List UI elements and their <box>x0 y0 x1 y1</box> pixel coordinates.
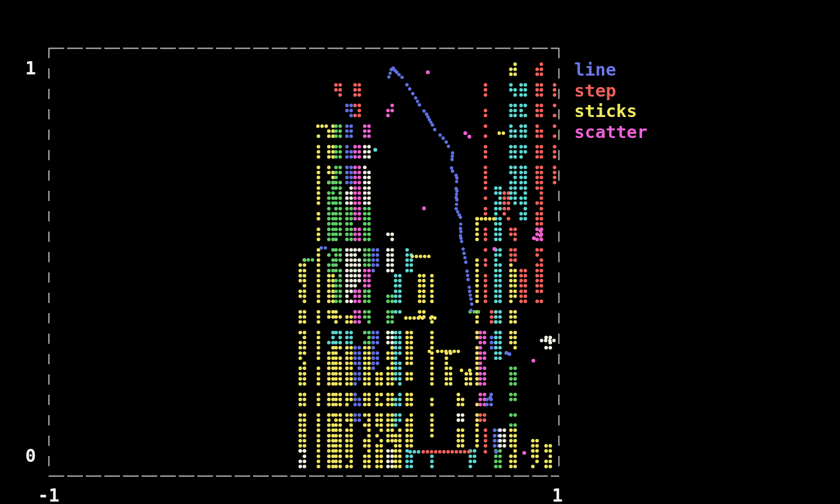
legend-item-scatter: scatter <box>574 122 647 143</box>
legend-item-line: line <box>574 59 647 80</box>
plot-canvas <box>0 0 840 504</box>
terminal-plot-screen: 1 0 -1 1 line step sticks scatter <box>0 0 840 504</box>
x-axis-tick-1: 1 <box>534 487 563 504</box>
y-axis-tick-0: 0 <box>13 447 36 465</box>
y-axis-tick-1: 1 <box>13 59 36 77</box>
legend: line step sticks scatter <box>574 59 647 142</box>
legend-item-sticks: sticks <box>574 101 647 122</box>
legend-item-step: step <box>574 80 647 101</box>
x-axis-tick-neg1: -1 <box>38 487 59 504</box>
